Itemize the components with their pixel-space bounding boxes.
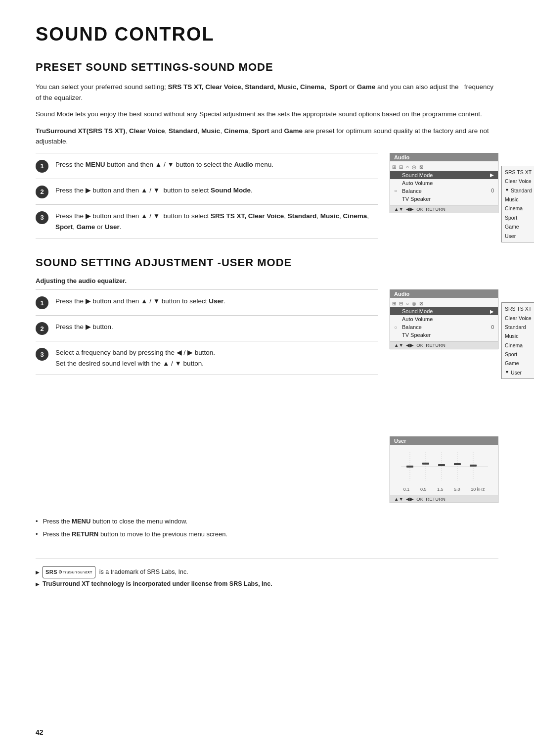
section1-side-menu: SRS TS XT Clear Voice ▼ Standard Music C…	[501, 166, 534, 242]
side-item-sport: Sport	[505, 213, 534, 222]
s2-menu-label-autovolume: Auto Volume	[402, 316, 494, 322]
side-item-music: Music	[505, 195, 534, 204]
eq-label-10k: 10 kHz	[471, 487, 485, 492]
menu-icon-balance: ○	[394, 188, 402, 193]
s2-side-cinema: Cinema	[505, 341, 534, 350]
step-1: 1 Press the MENU button and then ▲ / ▼ b…	[36, 153, 378, 179]
section2-steps-list: 1 Press the ▶ button and then ▲ / ▼ butt…	[36, 289, 378, 375]
s2-menu-row-soundmode: Sound Mode ▶	[390, 307, 498, 315]
trademark-srs: ▶ SRS⊙ TruSurround XT is a trademark of …	[36, 566, 498, 578]
trademark-trusurround: ▶ TruSurround XT technology is incorpora…	[36, 578, 498, 590]
bullet-1: •	[36, 515, 38, 528]
s2-menu-label-balance: Balance	[402, 324, 491, 330]
s2-menu-row-balance: ○ Balance 0	[390, 323, 498, 331]
step-2-text: Press the ▶ button and then ▲ / ▼ button…	[55, 185, 253, 196]
svg-rect-7	[422, 463, 429, 465]
section-user-mode: SOUND SETTING ADJUSTMENT -USER MODE Adju…	[36, 256, 498, 541]
s2-menu-icon-balance: ○	[394, 325, 402, 330]
menu-label-soundmode: Sound Mode	[402, 172, 488, 178]
step-3-number: 3	[36, 211, 48, 224]
s2-menu-row-tvspeaker: TV Speaker	[390, 331, 498, 339]
arrow-icon-2: ▶	[36, 579, 40, 589]
svg-rect-10	[470, 465, 477, 467]
side-item-clearvoice: Clear Voice	[505, 177, 534, 186]
section2-menu-mockup: Audio ⊞⊟○◎⊠ Sound Mode ▶	[390, 289, 498, 349]
note-return-text: Press the RETURN button to move to the p…	[43, 528, 228, 541]
note-menu-text: Press the MENU button to close the menu …	[43, 515, 188, 528]
s2-menu-row-autovolume: Auto Volume	[390, 315, 498, 323]
note-return: • Press the RETURN button to move to the…	[36, 528, 498, 541]
s2-side-game: Game	[505, 359, 534, 368]
menu-row-soundmode-icons: ⊞⊟○◎⊠	[390, 163, 498, 171]
arrow-icon-1: ▶	[36, 567, 40, 577]
section1-steps-area: 1 Press the MENU button and then ▲ / ▼ b…	[36, 153, 498, 238]
section2-menu-body: ⊞⊟○◎⊠ Sound Mode ▶ Auto Volume	[390, 298, 498, 341]
side-item-cinema: Cinema	[505, 204, 534, 213]
adjusting-label: Adjusting the audio equalizer.	[36, 277, 498, 284]
eq-header: User	[390, 437, 498, 445]
svg-rect-9	[454, 463, 461, 465]
trademark-srs-text: is a trademark of SRS Labs, Inc.	[99, 567, 188, 578]
side-item-game: Game	[505, 222, 534, 231]
step-3: 3 Press the ▶ button and then ▲ / ▼ butt…	[36, 204, 378, 238]
side-item-srstsxt: SRS TS XT	[505, 168, 534, 177]
page-number: 42	[36, 728, 44, 736]
svg-rect-8	[438, 464, 445, 466]
menu-row-balance: ○ Balance 0	[390, 187, 498, 195]
menu-row-autovolume: Auto Volume	[390, 179, 498, 187]
s2-step-3: 3 Select a frequency band by pressing th…	[36, 341, 378, 375]
section1-title: PRESET SOUND SETTINGS-SOUND MODE	[36, 61, 498, 74]
bottom-notes: • Press the MENU button to close the men…	[36, 515, 498, 541]
section2-menu-header: Audio	[390, 290, 498, 298]
s2-step-2-text: Press the ▶ button.	[55, 322, 113, 332]
section2-title: SOUND SETTING ADJUSTMENT -USER MODE	[36, 256, 498, 269]
section-preset-sound: PRESET SOUND SETTINGS-SOUND MODE You can…	[36, 61, 498, 238]
srs-dots: ⊙	[58, 568, 63, 576]
menu-label-balance: Balance	[402, 188, 491, 194]
s2-side-sport: Sport	[505, 350, 534, 359]
menu-row-soundmode: Sound Mode ▶	[390, 171, 498, 179]
svg-rect-6	[406, 466, 413, 468]
section2-menu-footer: ▲▼ ◀▶ OK RETURN	[390, 341, 498, 349]
section2-menu-wrapper: Audio ⊞⊟○◎⊠ Sound Mode ▶	[390, 289, 498, 349]
side-item-user: User	[505, 232, 534, 240]
s2-menu-row-icons: ⊞⊟○◎⊠	[390, 300, 498, 307]
s2-side-clearvoice: Clear Voice	[505, 314, 534, 323]
s2-step-3-text: Select a frequency band by pressing the …	[55, 347, 215, 369]
step-3-text: Press the ▶ button and then ▲ / ▼ button…	[55, 211, 378, 232]
menu-row-tvspeaker: TV Speaker	[390, 195, 498, 203]
menu-arrow-soundmode: ▶	[490, 172, 494, 178]
section1-menu-footer: ▲▼ ◀▶ OK RETURN	[390, 205, 498, 213]
menu-value-balance: 0	[491, 188, 494, 193]
eq-body: 0.1 0.5 1.5 5.0 10 kHz	[390, 445, 498, 495]
menu-label-autovolume: Auto Volume	[402, 180, 494, 186]
eq-footer: ▲▼ ◀▶ OK RETURN	[390, 495, 498, 503]
s2-side-user: ▼ User	[505, 368, 534, 377]
section1-intro2: Sound Mode lets you enjoy the best sound…	[36, 109, 498, 120]
section1-menu-mockup: Audio ⊞⊟○◎⊠ Sound Mode ▶ Auto V	[390, 153, 498, 213]
eq-label-05: 0.5	[420, 487, 427, 492]
footer-trademarks: ▶ SRS⊙ TruSurround XT is a trademark of …	[36, 559, 498, 590]
s2-step-1-text: Press the ▶ button and then ▲ / ▼ button…	[55, 296, 225, 307]
note-menu: • Press the MENU button to close the men…	[36, 515, 498, 528]
s2-side-standard: Standard	[505, 323, 534, 331]
section1-intro1: You can select your preferred sound sett…	[36, 82, 498, 103]
bullet-2: •	[36, 528, 38, 541]
section2-right-menus: Audio ⊞⊟○◎⊠ Sound Mode ▶	[390, 289, 498, 503]
section2-steps-area: 1 Press the ▶ button and then ▲ / ▼ butt…	[36, 289, 498, 503]
eq-chart	[396, 450, 493, 487]
eq-label-01: 0.1	[403, 487, 410, 492]
side-item-standard: ▼ Standard	[505, 186, 534, 195]
section2-side-menu: SRS TS XT Clear Voice Standard Music Cin…	[501, 302, 534, 379]
s2-step-3-number: 3	[36, 348, 48, 361]
s2-menu-label-tvspeaker: TV Speaker	[402, 332, 494, 338]
eq-label-50: 5.0	[454, 487, 460, 492]
s2-side-srstsxt: SRS TS XT	[505, 304, 534, 313]
section1-menu-header: Audio	[390, 153, 498, 161]
equalizer-mockup: User	[390, 436, 498, 503]
page-title: SOUND CONTROL	[36, 24, 498, 45]
s2-side-music: Music	[505, 331, 534, 340]
trademark-trusurround-text: TruSurround XT technology is incorporate…	[43, 578, 272, 590]
s2-menu-value-balance: 0	[491, 325, 494, 330]
s2-step-2-number: 2	[36, 322, 48, 335]
